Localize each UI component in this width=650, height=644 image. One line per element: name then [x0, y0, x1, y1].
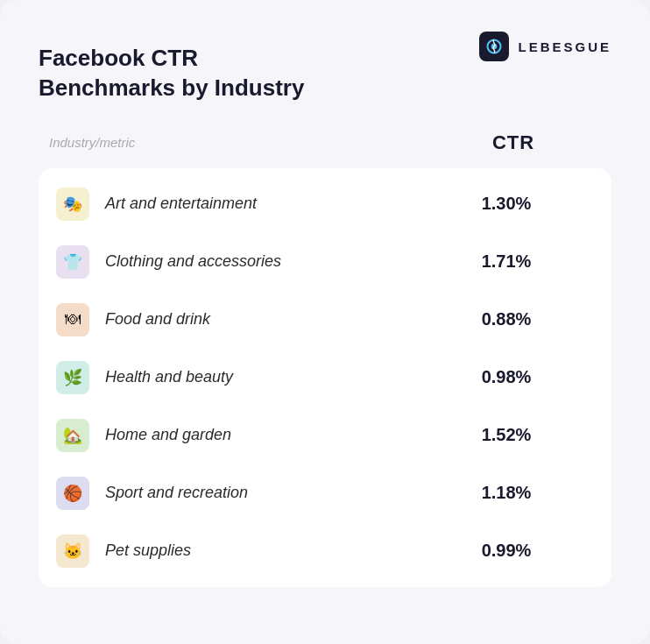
row-left: 🌿 Health and beauty — [56, 361, 419, 394]
row-ctr-value: 1.52% — [419, 425, 594, 445]
row-left: 🎭 Art and entertainment — [56, 188, 419, 221]
row-label: Home and garden — [105, 426, 231, 444]
table-row: 👕 Clothing and accessories 1.71% — [39, 233, 611, 291]
row-ctr-value: 0.88% — [419, 309, 594, 329]
logo-text: LEBESGUE — [518, 39, 611, 54]
row-ctr-value: 1.30% — [419, 194, 594, 214]
row-ctr-value: 1.71% — [419, 251, 594, 272]
table-row: 🏀 Sport and recreation 1.18% — [39, 464, 611, 522]
row-left: 🏡 Home and garden — [56, 419, 419, 452]
row-ctr-value: 1.18% — [419, 483, 594, 503]
logo-area: LEBESGUE — [479, 32, 611, 61]
table-wrapper: Industry/metric CTR 🎭 Art and entertainm… — [39, 131, 611, 587]
table-row: 🏡 Home and garden 1.52% — [39, 407, 611, 464]
table-row: 🍽 Food and drink 0.88% — [39, 291, 611, 349]
row-label: Sport and recreation — [105, 484, 248, 502]
col-industry-header: Industry/metric — [49, 135, 426, 151]
row-left: 🐱 Pet supplies — [56, 534, 419, 568]
table-row: 🎭 Art and entertainment 1.30% — [39, 175, 611, 233]
table-row: 🌿 Health and beauty 0.98% — [39, 349, 611, 407]
row-ctr-value: 0.98% — [419, 367, 594, 387]
category-icon: 🏡 — [56, 419, 89, 452]
row-left: 🍽 Food and drink — [56, 303, 419, 336]
row-ctr-value: 0.99% — [419, 541, 594, 561]
category-icon: 🐱 — [56, 534, 89, 568]
card: LEBESGUE Facebook CTR Benchmarks by Indu… — [0, 0, 650, 644]
category-icon: 🏀 — [56, 477, 89, 510]
table-header: Industry/metric CTR — [39, 131, 611, 168]
category-icon: 🎭 — [56, 188, 89, 221]
row-label: Pet supplies — [105, 541, 191, 560]
col-ctr-header: CTR — [426, 131, 601, 154]
category-icon: 🌿 — [56, 361, 89, 394]
category-icon: 🍽 — [56, 303, 89, 336]
logo-icon — [479, 32, 509, 61]
row-left: 👕 Clothing and accessories — [56, 245, 419, 279]
row-label: Food and drink — [105, 310, 210, 329]
table-row: 🐱 Pet supplies 0.99% — [39, 522, 611, 580]
table-body: 🎭 Art and entertainment 1.30% 👕 Clothing… — [39, 168, 611, 587]
category-icon: 👕 — [56, 245, 89, 279]
row-label: Clothing and accessories — [105, 252, 281, 271]
row-label: Art and entertainment — [105, 195, 257, 213]
row-label: Health and beauty — [105, 368, 233, 386]
row-left: 🏀 Sport and recreation — [56, 477, 419, 510]
